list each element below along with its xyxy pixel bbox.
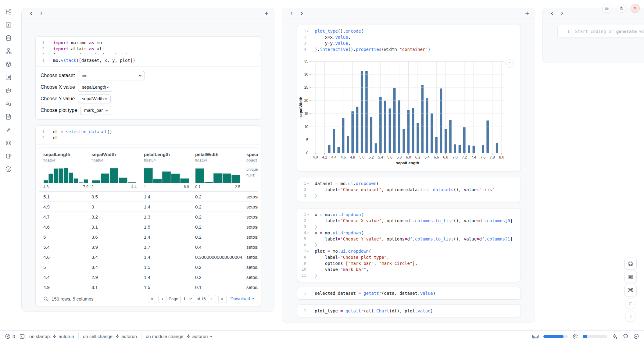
list-search-icon <box>5 100 12 107</box>
terminal-button[interactable] <box>19 333 25 339</box>
table-row: 4.931.40.2setosa <box>39 202 258 212</box>
fold-chevron-icon[interactable] <box>306 182 309 185</box>
column-header-sepalWidth[interactable]: sepalWidthfloat6424.4 <box>91 152 144 189</box>
sidebar-package-button[interactable] <box>4 60 13 69</box>
prev-page-button[interactable]: ‹ <box>158 295 166 303</box>
notebook-menu-button[interactable] <box>602 4 611 13</box>
code-editor[interactable]: 1dataset = mo.ui.dropdown(2 label="Choos… <box>297 177 521 202</box>
hamburger-menu-icon <box>605 6 609 10</box>
svg-text:4.0: 4.0 <box>313 155 318 159</box>
cell-dataset-dropdown: 1dataset = mo.ui.dropdown(2 label="Choos… <box>297 177 521 202</box>
code-editor[interactable]: 1selected_dataset = getattr(data, datase… <box>297 287 521 299</box>
code-line: 1dataset = mo.ui.dropdown( <box>297 180 521 187</box>
next-page-button[interactable]: › <box>208 295 216 303</box>
table-cell: 1.3 <box>144 214 195 219</box>
column-collapse-left-button[interactable] <box>288 9 295 17</box>
cell-output-divider <box>36 144 261 144</box>
runtime-config-2[interactable]: on cell change:autorun <box>83 334 137 339</box>
save-button[interactable] <box>624 258 637 270</box>
table-cell: 4.9 <box>43 204 91 209</box>
sidebar-help-button[interactable] <box>4 165 13 174</box>
column-header-sepalLength[interactable]: sepalLengthfloat644.37.9 <box>43 152 91 189</box>
page-select[interactable]: 1 <box>180 295 194 303</box>
column-header-species[interactable]: speciesobjectunique:nulls: <box>246 152 258 189</box>
close-app-view-button[interactable] <box>631 4 640 13</box>
table-cell: 1.5 <box>144 285 195 290</box>
dropdown-select[interactable]: iris <box>78 71 145 80</box>
table-cell: setosa <box>246 285 258 290</box>
code-editor[interactable]: 1 Start coding or generate with AI <box>558 25 644 37</box>
sidebar-tracing-button[interactable] <box>4 125 13 134</box>
dropdown-select[interactable]: sepalLength <box>78 83 112 92</box>
sidebar-scroll-button[interactable] <box>4 73 13 82</box>
runtime-config-1[interactable]: on startup:autorun <box>29 334 74 339</box>
column-collapse-right-button[interactable] <box>558 9 566 17</box>
code-editor[interactable]: 1plot_type = getattr(alt.Chart(df), plot… <box>297 305 521 317</box>
table-row: 4.73.21.30.2setosa <box>39 212 258 222</box>
connection-status-button[interactable] <box>633 333 639 339</box>
first-page-button[interactable]: « <box>148 295 156 303</box>
code-editor[interactable]: 1x = mo.ui.dropdown(2 label="Choose X va… <box>297 208 521 282</box>
svg-text:sepalWidth: sepalWidth <box>299 97 303 118</box>
dropdown-label: Choose dataset <box>41 73 75 78</box>
sidebar-list-search-button[interactable] <box>4 99 13 108</box>
code-editor[interactable]: 1df = selected_dataset()2df <box>36 126 261 144</box>
fold-chevron-icon[interactable] <box>306 30 309 33</box>
generate-with-ai-link[interactable]: generate <box>616 29 637 34</box>
fold-chevron-icon[interactable] <box>306 250 309 253</box>
settings-button[interactable] <box>617 4 626 13</box>
sidebar-notebook-button[interactable] <box>4 151 13 161</box>
download-button[interactable]: Download <box>231 296 255 301</box>
ai-assist-button[interactable] <box>612 333 618 340</box>
sidebar-database-button[interactable] <box>4 34 13 43</box>
fold-chevron-icon[interactable] <box>306 213 309 216</box>
sidebar-document-button[interactable] <box>4 112 13 121</box>
svg-text:7.2: 7.2 <box>462 155 467 159</box>
column-collapse-right-button[interactable] <box>38 9 45 17</box>
dropdown-select[interactable]: sepalWidth <box>78 94 111 103</box>
page-count-label: of 15 <box>196 297 206 301</box>
search-icon[interactable] <box>43 296 48 301</box>
fold-chevron-icon[interactable] <box>306 232 309 234</box>
layout-toggle-button[interactable] <box>624 271 637 283</box>
table-cell: 3.2 <box>91 214 144 219</box>
code-editor[interactable]: 1plot_type().encode(2 x=x.value,3 y=y.va… <box>297 25 521 55</box>
error-count-indicator[interactable]: 0 <box>5 333 15 339</box>
stop-button[interactable] <box>625 298 636 309</box>
code-editor[interactable]: 1mo.vstack([dataset, x, y, plot]) <box>36 54 261 66</box>
divider <box>141 333 141 340</box>
column-collapse-left-button[interactable] <box>548 9 556 17</box>
sidebar-code-snippets-button[interactable] <box>4 138 13 148</box>
code-line: 1selected_dataset = getattr(data, datase… <box>297 290 521 296</box>
sidebar-function-square-button[interactable] <box>4 20 13 30</box>
code-line: 2df <box>36 135 261 141</box>
dropdown-row: Choose datasetiris <box>41 71 256 80</box>
sidebar-file-tree-button[interactable] <box>4 7 13 16</box>
add-column-button[interactable] <box>263 9 270 17</box>
check-circle-icon <box>633 333 639 339</box>
copilot-button[interactable] <box>622 333 629 340</box>
svg-text:4.6: 4.6 <box>341 155 346 159</box>
column-3-header <box>542 8 644 19</box>
chart-menu-button[interactable]: ⋯ <box>505 59 514 68</box>
sidebar-dependency-graph-button[interactable] <box>4 47 13 56</box>
column-header-petalLength[interactable]: petalLengthfloat6416.9 <box>144 152 195 189</box>
table-cell: 4.4 <box>43 275 91 280</box>
column-collapse-right-button[interactable] <box>298 9 306 17</box>
code-line: 6) <box>297 242 521 248</box>
sidebar-chat-bot-button[interactable] <box>4 86 13 95</box>
column-collapse-left-button[interactable] <box>27 9 35 17</box>
column-header-petalWidth[interactable]: petalWidthfloat640.12.5 <box>195 152 246 189</box>
runtime-config-3[interactable]: on module change:autorun <box>146 334 213 339</box>
svg-text:7.6: 7.6 <box>481 155 486 159</box>
last-page-button[interactable]: » <box>218 295 227 303</box>
dropdown-select[interactable]: mark_bar <box>80 106 111 115</box>
dropdown-row: Choose plot typemark_bar <box>41 106 256 115</box>
add-column-button[interactable] <box>523 9 531 17</box>
command-icon: ⌘ <box>628 287 634 294</box>
layout-grid-icon <box>628 274 634 280</box>
pagination: « ‹ Page 1 of 15 › » Download <box>148 295 254 303</box>
column-histogram <box>43 166 88 184</box>
run-button[interactable] <box>625 311 636 322</box>
command-palette-button[interactable]: ⌘ <box>624 284 637 296</box>
